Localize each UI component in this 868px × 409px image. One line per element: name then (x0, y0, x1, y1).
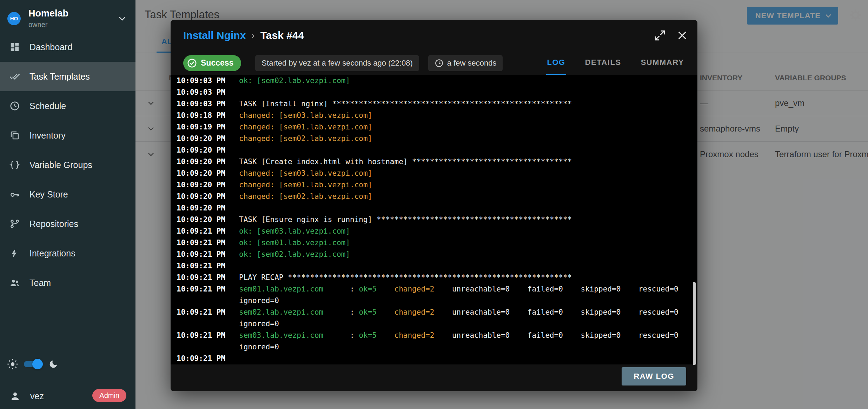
started-chip: Started by vez at a few seconds ago (22:… (255, 55, 419, 71)
log-text: changed: [sem02.lab.vezpi.com] (239, 133, 372, 145)
log-text: ignored=0 (239, 341, 279, 353)
chevron-down-icon[interactable] (117, 13, 128, 24)
sidebar-item-inventory[interactable]: Inventory (0, 121, 135, 150)
log-text: PLAY RECAP *****************************… (239, 272, 572, 283)
log-timestamp (171, 318, 239, 330)
log-timestamp: 10:09:21 PM (171, 283, 239, 295)
log-line: 10:09:19 PMchanged: [sem01.lab.vezpi.com… (171, 121, 697, 133)
inventory-icon (9, 130, 20, 141)
log-text: ignored=0 (239, 318, 279, 330)
sidebar-item-label: Dashboard (29, 42, 72, 52)
log-timestamp: 10:09:21 PM (171, 353, 239, 364)
dashboard-icon (9, 42, 20, 52)
log-text: TASK [Create index.html with hostname] *… (239, 156, 572, 168)
tab-summary[interactable]: SUMMARY (640, 51, 685, 75)
team-icon (9, 277, 20, 288)
theme-toggle-thumb[interactable] (32, 359, 43, 369)
log-timestamp: 10:09:20 PM (171, 202, 239, 214)
check-circle-icon (187, 58, 197, 68)
log-scrollbar[interactable] (693, 282, 696, 365)
log-text: sem03.lab.vezpi.com : ok=5 changed=2 unr… (239, 330, 678, 341)
log-line: 10:09:20 PMTASK [Create index.html with … (171, 156, 697, 168)
log-line: 10:09:18 PMchanged: [sem03.lab.vezpi.com… (171, 110, 697, 121)
raw-log-button[interactable]: RAW LOG (622, 367, 686, 385)
tab-details[interactable]: DETAILS (584, 51, 622, 75)
log-line: 10:09:21 PMok: [sem01.lab.vezpi.com] (171, 237, 697, 249)
sidebar-item-label: Task Templates (29, 72, 90, 82)
close-icon[interactable] (676, 29, 688, 41)
log-line: 10:09:20 PMTASK [Ensure nginx is running… (171, 214, 697, 226)
sidebar-item-variable-groups[interactable]: Variable Groups (0, 150, 135, 180)
log-line: 10:09:20 PM (171, 145, 697, 156)
log-timestamp: 10:09:21 PM (171, 307, 239, 318)
sidebar-item-repositories[interactable]: Repositories (0, 209, 135, 239)
modal-tabs: LOGDETAILSSUMMARY (528, 51, 685, 75)
log-line: 10:09:21 PM (171, 260, 697, 272)
log-line: 10:09:20 PMchanged: [sem02.lab.vezpi.com… (171, 133, 697, 145)
sidebar-item-dashboard[interactable]: Dashboard (0, 32, 135, 62)
log-text: ok: [sem02.lab.vezpi.com] (239, 249, 350, 260)
sidebar-item-task-templates[interactable]: Task Templates (0, 62, 135, 91)
sidebar-item-label: Inventory (29, 130, 66, 141)
log-text: changed: [sem02.lab.vezpi.com] (239, 191, 372, 202)
theme-toggle[interactable] (24, 361, 41, 367)
log-timestamp: 10:09:21 PM (171, 272, 239, 283)
template-link[interactable]: Install Nginx (183, 29, 246, 41)
log-timestamp: 10:09:21 PM (171, 260, 239, 272)
sidebar-item-label: Team (29, 278, 51, 288)
dialog-status-row: Success Started by vez at a few seconds … (183, 51, 685, 75)
expand-icon[interactable] (654, 29, 666, 41)
workspace-avatar: HO (7, 12, 21, 25)
tab-log[interactable]: LOG (546, 51, 566, 75)
log-line: 10:09:21 PMsem03.lab.vezpi.com : ok=5 ch… (171, 330, 697, 341)
sidebar-item-label: Schedule (29, 101, 66, 111)
log-line: 10:09:03 PM (171, 87, 697, 98)
dialog-title-row: Install Nginx › Task #44 (183, 28, 688, 43)
sidebar-item-label: Integrations (29, 248, 75, 259)
log-line: 10:09:21 PMPLAY RECAP ******************… (171, 272, 697, 283)
workspace-header[interactable]: HO Homelab owner (0, 0, 135, 34)
log-timestamp: 10:09:21 PM (171, 237, 239, 249)
duration-label: a few seconds (447, 59, 497, 68)
log-text: ignored=0 (239, 295, 279, 307)
sidebar-item-schedule[interactable]: Schedule (0, 91, 135, 121)
log-timestamp: 10:09:20 PM (171, 156, 239, 168)
sidebar: HO Homelab owner DashboardTask Templates… (0, 0, 135, 409)
log-timestamp: 10:09:20 PM (171, 214, 239, 226)
task-title: Task #44 (260, 29, 304, 41)
log-text: changed: [sem01.lab.vezpi.com] (239, 121, 372, 133)
log-line: 10:09:03 PMTASK [Install nginx] ********… (171, 98, 697, 110)
integrations-icon (9, 248, 20, 259)
sidebar-item-team[interactable]: Team (0, 268, 135, 297)
log-text: sem02.lab.vezpi.com : ok=5 changed=2 unr… (239, 307, 678, 318)
log-timestamp: 10:09:20 PM (171, 179, 239, 191)
log-text: TASK [Ensure nginx is running] *********… (239, 214, 572, 226)
log-line: 10:09:20 PMchanged: [sem03.lab.vezpi.com… (171, 168, 697, 179)
log-line: 10:09:21 PM (171, 353, 697, 364)
log-timestamp: 10:09:21 PM (171, 249, 239, 260)
key-store-icon (9, 189, 20, 200)
user-row[interactable]: vez Admin (0, 386, 135, 406)
status-label: Success (201, 58, 233, 68)
log-text: ok: [sem03.lab.vezpi.com] (239, 226, 350, 237)
sidebar-nav: DashboardTask TemplatesScheduleInventory… (0, 32, 135, 297)
log-timestamp: 10:09:21 PM (171, 330, 239, 341)
log-timestamp: 10:09:19 PM (171, 121, 239, 133)
log-line: 10:09:03 PMok: [sem02.lab.vezpi.com] (171, 75, 697, 87)
workspace-name: Homelab (28, 8, 117, 19)
sidebar-item-integrations[interactable]: Integrations (0, 239, 135, 268)
log-text: ok: [sem01.lab.vezpi.com] (239, 237, 350, 249)
sidebar-item-key-store[interactable]: Key Store (0, 180, 135, 209)
log-text: sem01.lab.vezpi.com : ok=5 changed=2 unr… (239, 283, 678, 295)
language-flag-uk[interactable] (107, 357, 126, 370)
workspace-info: Homelab owner (28, 8, 117, 29)
log-timestamp: 10:09:03 PM (171, 98, 239, 110)
log-line: ignored=0 (171, 295, 697, 307)
log-line: 10:09:21 PMok: [sem03.lab.vezpi.com] (171, 226, 697, 237)
user-name: vez (30, 391, 44, 401)
schedule-icon (9, 101, 20, 111)
log-line: 10:09:20 PMchanged: [sem02.lab.vezpi.com… (171, 191, 697, 202)
log-line: 10:09:21 PMsem02.lab.vezpi.com : ok=5 ch… (171, 307, 697, 318)
admin-badge: Admin (92, 389, 126, 402)
log-timestamp: 10:09:03 PM (171, 75, 239, 87)
